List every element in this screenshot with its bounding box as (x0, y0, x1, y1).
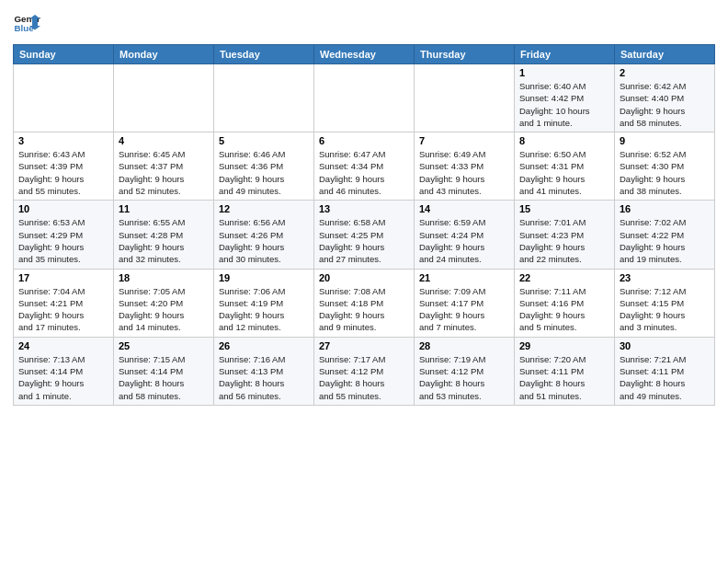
calendar-cell: 27Sunrise: 7:17 AMSunset: 4:12 PMDayligh… (314, 337, 415, 405)
day-number: 4 (119, 135, 209, 146)
day-number: 28 (419, 340, 509, 351)
calendar-cell: 23Sunrise: 7:12 AMSunset: 4:15 PMDayligh… (615, 269, 715, 337)
day-info: Sunrise: 6:49 AMSunset: 4:33 PMDaylight:… (419, 148, 509, 197)
calendar-cell: 30Sunrise: 7:21 AMSunset: 4:11 PMDayligh… (615, 337, 715, 405)
weekday-header-friday: Friday (515, 45, 615, 64)
day-number: 25 (119, 340, 209, 351)
day-number: 30 (620, 340, 710, 351)
calendar-cell: 8Sunrise: 6:50 AMSunset: 4:31 PMDaylight… (515, 132, 615, 201)
day-number: 16 (620, 203, 710, 214)
calendar-week-3: 10Sunrise: 6:53 AMSunset: 4:29 PMDayligh… (14, 201, 715, 269)
calendar-cell: 4Sunrise: 6:45 AMSunset: 4:37 PMDaylight… (114, 132, 214, 201)
day-number: 22 (519, 272, 609, 283)
calendar-body: 1Sunrise: 6:40 AMSunset: 4:42 PMDaylight… (14, 64, 715, 406)
calendar-cell: 10Sunrise: 6:53 AMSunset: 4:29 PMDayligh… (14, 201, 114, 269)
day-info: Sunrise: 7:02 AMSunset: 4:22 PMDaylight:… (620, 216, 710, 265)
day-number: 10 (18, 203, 108, 214)
day-number: 26 (219, 340, 309, 351)
day-info: Sunrise: 7:11 AMSunset: 4:16 PMDaylight:… (519, 285, 609, 334)
day-info: Sunrise: 6:59 AMSunset: 4:24 PMDaylight:… (419, 216, 509, 265)
svg-text:Blue: Blue (15, 23, 35, 33)
calendar-cell: 9Sunrise: 6:52 AMSunset: 4:30 PMDaylight… (615, 132, 715, 201)
calendar-cell: 5Sunrise: 6:46 AMSunset: 4:36 PMDaylight… (214, 132, 314, 201)
calendar-cell: 18Sunrise: 7:05 AMSunset: 4:20 PMDayligh… (114, 269, 214, 337)
day-number: 11 (119, 203, 209, 214)
day-number: 8 (519, 135, 609, 146)
day-info: Sunrise: 7:01 AMSunset: 4:23 PMDaylight:… (519, 216, 609, 265)
day-number: 24 (18, 340, 108, 351)
day-info: Sunrise: 6:55 AMSunset: 4:28 PMDaylight:… (119, 216, 209, 265)
calendar-cell: 26Sunrise: 7:16 AMSunset: 4:13 PMDayligh… (214, 337, 314, 405)
logo: General Blue (13, 9, 40, 37)
calendar-cell: 16Sunrise: 7:02 AMSunset: 4:22 PMDayligh… (615, 201, 715, 269)
day-info: Sunrise: 6:43 AMSunset: 4:39 PMDaylight:… (18, 148, 108, 197)
calendar-cell: 22Sunrise: 7:11 AMSunset: 4:16 PMDayligh… (515, 269, 615, 337)
calendar-cell: 20Sunrise: 7:08 AMSunset: 4:18 PMDayligh… (314, 269, 415, 337)
day-number: 12 (219, 203, 309, 214)
day-info: Sunrise: 7:06 AMSunset: 4:19 PMDaylight:… (219, 285, 309, 334)
day-number: 20 (319, 272, 409, 283)
calendar-week-1: 1Sunrise: 6:40 AMSunset: 4:42 PMDaylight… (14, 64, 715, 132)
day-info: Sunrise: 6:50 AMSunset: 4:31 PMDaylight:… (519, 148, 609, 197)
day-info: Sunrise: 6:42 AMSunset: 4:40 PMDaylight:… (620, 80, 710, 129)
day-number: 23 (620, 272, 710, 283)
day-info: Sunrise: 7:05 AMSunset: 4:20 PMDaylight:… (119, 285, 209, 334)
calendar-cell: 11Sunrise: 6:55 AMSunset: 4:28 PMDayligh… (114, 201, 214, 269)
day-number: 2 (620, 67, 710, 78)
calendar-cell: 7Sunrise: 6:49 AMSunset: 4:33 PMDaylight… (415, 132, 515, 201)
weekday-header-monday: Monday (114, 45, 214, 64)
day-number: 5 (219, 135, 309, 146)
day-number: 17 (18, 272, 108, 283)
day-info: Sunrise: 7:04 AMSunset: 4:21 PMDaylight:… (18, 285, 108, 334)
day-number: 29 (519, 340, 609, 351)
day-info: Sunrise: 6:47 AMSunset: 4:34 PMDaylight:… (319, 148, 409, 197)
weekday-header-sunday: Sunday (14, 45, 114, 64)
calendar-cell: 17Sunrise: 7:04 AMSunset: 4:21 PMDayligh… (14, 269, 114, 337)
day-info: Sunrise: 7:13 AMSunset: 4:14 PMDaylight:… (18, 353, 108, 402)
calendar-cell: 3Sunrise: 6:43 AMSunset: 4:39 PMDaylight… (14, 132, 114, 201)
day-number: 13 (319, 203, 409, 214)
day-info: Sunrise: 6:58 AMSunset: 4:25 PMDaylight:… (319, 216, 409, 265)
weekday-header-wednesday: Wednesday (314, 45, 415, 64)
day-info: Sunrise: 6:46 AMSunset: 4:36 PMDaylight:… (219, 148, 309, 197)
calendar-cell: 25Sunrise: 7:15 AMSunset: 4:14 PMDayligh… (114, 337, 214, 405)
day-number: 1 (519, 67, 609, 78)
calendar-cell: 14Sunrise: 6:59 AMSunset: 4:24 PMDayligh… (415, 201, 515, 269)
calendar-cell (415, 64, 515, 132)
calendar-table: SundayMondayTuesdayWednesdayThursdayFrid… (13, 44, 715, 406)
calendar-cell (14, 64, 114, 132)
calendar-week-2: 3Sunrise: 6:43 AMSunset: 4:39 PMDaylight… (14, 132, 715, 201)
day-info: Sunrise: 7:21 AMSunset: 4:11 PMDaylight:… (620, 353, 710, 402)
day-info: Sunrise: 7:15 AMSunset: 4:14 PMDaylight:… (119, 353, 209, 402)
day-number: 9 (620, 135, 710, 146)
calendar-week-5: 24Sunrise: 7:13 AMSunset: 4:14 PMDayligh… (14, 337, 715, 405)
day-info: Sunrise: 7:20 AMSunset: 4:11 PMDaylight:… (519, 353, 609, 402)
day-number: 27 (319, 340, 409, 351)
calendar-week-4: 17Sunrise: 7:04 AMSunset: 4:21 PMDayligh… (14, 269, 715, 337)
day-info: Sunrise: 6:40 AMSunset: 4:42 PMDaylight:… (519, 80, 609, 129)
day-number: 14 (419, 203, 509, 214)
day-number: 7 (419, 135, 509, 146)
calendar-cell: 28Sunrise: 7:19 AMSunset: 4:12 PMDayligh… (415, 337, 515, 405)
calendar-cell (114, 64, 214, 132)
day-info: Sunrise: 6:53 AMSunset: 4:29 PMDaylight:… (18, 216, 108, 265)
calendar-cell: 19Sunrise: 7:06 AMSunset: 4:19 PMDayligh… (214, 269, 314, 337)
day-info: Sunrise: 7:17 AMSunset: 4:12 PMDaylight:… (319, 353, 409, 402)
calendar-header-row: SundayMondayTuesdayWednesdayThursdayFrid… (14, 45, 715, 64)
calendar-cell: 29Sunrise: 7:20 AMSunset: 4:11 PMDayligh… (515, 337, 615, 405)
logo-icon: General Blue (13, 9, 40, 37)
calendar-cell (314, 64, 415, 132)
weekday-header-saturday: Saturday (615, 45, 715, 64)
day-info: Sunrise: 7:16 AMSunset: 4:13 PMDaylight:… (219, 353, 309, 402)
day-number: 15 (519, 203, 609, 214)
day-info: Sunrise: 7:19 AMSunset: 4:12 PMDaylight:… (419, 353, 509, 402)
calendar-cell (214, 64, 314, 132)
day-number: 21 (419, 272, 509, 283)
day-info: Sunrise: 6:56 AMSunset: 4:26 PMDaylight:… (219, 216, 309, 265)
calendar-cell: 15Sunrise: 7:01 AMSunset: 4:23 PMDayligh… (515, 201, 615, 269)
day-info: Sunrise: 7:09 AMSunset: 4:17 PMDaylight:… (419, 285, 509, 334)
calendar-cell: 24Sunrise: 7:13 AMSunset: 4:14 PMDayligh… (14, 337, 114, 405)
day-info: Sunrise: 6:52 AMSunset: 4:30 PMDaylight:… (620, 148, 710, 197)
calendar-cell: 6Sunrise: 6:47 AMSunset: 4:34 PMDaylight… (314, 132, 415, 201)
calendar-cell: 13Sunrise: 6:58 AMSunset: 4:25 PMDayligh… (314, 201, 415, 269)
